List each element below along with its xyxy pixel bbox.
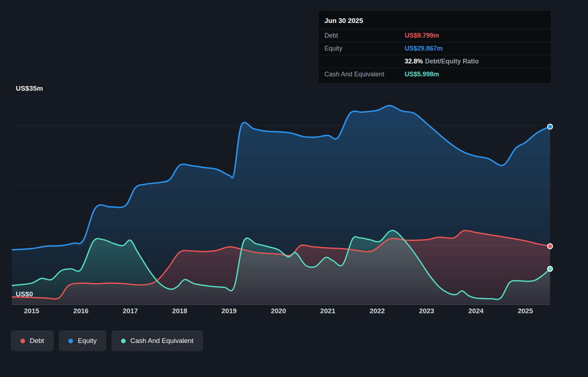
equity-dot-icon [68,339,73,343]
tooltip-equity-value: US$29.867m [405,45,545,52]
x-axis-label: 2019 [222,307,237,315]
tooltip-equity-label: Equity [324,45,405,52]
legend-item-debt[interactable]: Debt [11,330,54,351]
legend-equity-label: Equity [78,337,97,345]
tooltip-ratio-value: 32.8% [405,58,423,65]
x-axis-label: 2020 [271,307,286,315]
endpoint-cash [548,266,553,271]
tooltip-debt-label: Debt [324,32,405,39]
tooltip-row-cash: Cash And Equivalent US$5.998m [319,68,551,81]
cash-dot-icon [121,339,126,343]
tooltip-date: Jun 30 2025 [319,13,551,29]
x-axis-label: 2018 [172,307,187,315]
tooltip-cash-value: US$5.998m [405,71,545,78]
x-axis-label: 2023 [419,307,434,315]
tooltip-ratio: 32.8%Debt/Equity Ratio [405,58,545,65]
legend: Debt Equity Cash And Equivalent [11,330,203,351]
legend-cash-label: Cash And Equivalent [130,337,193,345]
x-axis: 2015201620172018201920202021202220232024… [24,307,533,315]
page: { "colors": { "debt": "#eb5454", "equity… [0,0,588,377]
chart-tooltip: Jun 30 2025 Debt US$9.799m Equity US$29.… [319,11,551,83]
legend-item-cash[interactable]: Cash And Equivalent [111,330,203,351]
tooltip-debt-value: US$9.799m [405,32,545,39]
x-axis-label: 2025 [518,307,533,315]
x-axis-label: 2015 [24,307,39,315]
legend-debt-label: Debt [30,337,44,345]
x-axis-label: 2017 [123,307,138,315]
tooltip-row-ratio: 32.8%Debt/Equity Ratio [319,55,551,68]
tooltip-row-debt: Debt US$9.799m [319,29,551,42]
endpoint-debt [548,244,553,249]
tooltip-row-equity: Equity US$29.867m [319,42,551,55]
tooltip-cash-label: Cash And Equivalent [324,71,405,78]
legend-item-equity[interactable]: Equity [59,330,106,351]
tooltip-ratio-label: Debt/Equity Ratio [425,58,479,65]
x-axis-label: 2016 [73,307,88,315]
endpoint-equity [548,124,553,129]
x-axis-label: 2022 [370,307,385,315]
x-axis-label: 2024 [468,307,484,315]
debt-equity-history-chart[interactable]: 2015201620172018201920202021202220232024… [0,86,588,323]
x-axis-label: 2021 [320,307,336,315]
debt-dot-icon [20,339,25,343]
